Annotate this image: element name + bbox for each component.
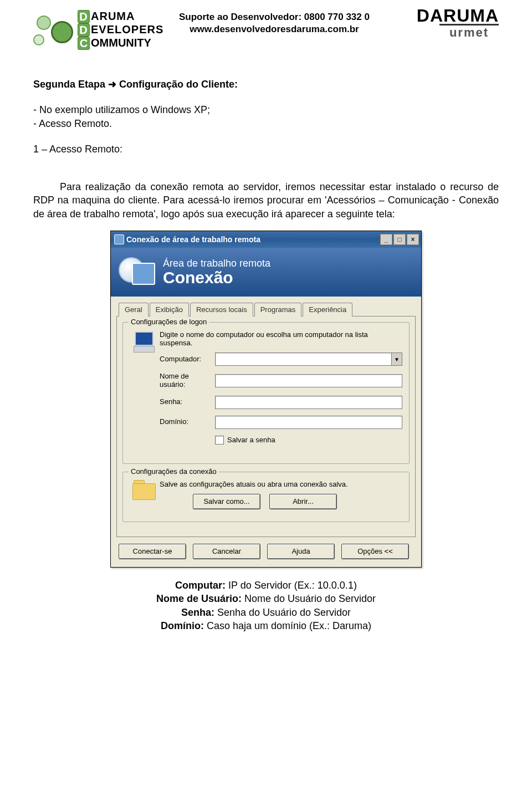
folder-icon — [132, 480, 157, 500]
tab-exibicao[interactable]: Exibição — [150, 303, 189, 316]
group-logon-title: Configurações de logon — [129, 318, 209, 326]
page-header: DARUMA DEVELOPERS COMMUNITY Suporte ao D… — [33, 6, 499, 55]
bi-val-2: Nome do Usuário do Servidor — [242, 593, 376, 604]
paragraph: Para realização da conexão remota ao ser… — [33, 180, 499, 221]
titlebar-title: Conexão de área de trabalho remota — [124, 235, 379, 244]
save-as-button[interactable]: Salvar como... — [193, 494, 260, 509]
step-title: 1 – Acesso Remoto: — [33, 142, 499, 156]
group-connection-title: Configurações da conexão — [129, 467, 219, 476]
tab-strip: Geral Exibição Recursos locais Programas… — [111, 297, 421, 316]
bullet-1: - No exemplo utilizamos o Windows XP; — [33, 103, 499, 116]
computer-input[interactable] — [215, 353, 391, 366]
bi-lbl-1: Computar: — [175, 580, 226, 591]
remote-desktop-icon — [119, 255, 155, 289]
close-button[interactable]: × — [407, 234, 419, 245]
label-domain: Domínio: — [160, 418, 215, 426]
bi-lbl-2: Nome de Usuário: — [156, 593, 242, 604]
header-center-text: Suporte ao Desenvolvedor: 0800 770 332 0… — [161, 6, 388, 35]
label-username: Nome de usuário: — [160, 372, 215, 389]
banner-line1: Área de trabalho remota — [163, 258, 270, 269]
cancel-button[interactable]: Cancelar — [193, 544, 260, 559]
letter-d: D — [78, 10, 90, 23]
bullet-2: - Acesso Remoto. — [33, 117, 499, 130]
open-button[interactable]: Abrir... — [269, 494, 337, 509]
title-part1: Segunda Etapa — [33, 79, 108, 90]
letter-c: C — [78, 37, 90, 50]
bi-val-1: IP do Servidor (Ex.: 10.0.0.1) — [226, 580, 357, 591]
computer-combo[interactable]: ▼ — [215, 353, 402, 366]
arrow-icon: ➜ — [108, 78, 116, 91]
site-line: www.desenvolvedoresdaruma.com.br — [161, 23, 388, 35]
tab-body: Configurações de logon Digite o nome do … — [116, 316, 416, 537]
username-input[interactable] — [215, 374, 402, 387]
options-button[interactable]: Opções << — [341, 544, 409, 559]
bi-lbl-4: Domínio: — [161, 620, 204, 631]
logo-line-2: EVELOPERS — [91, 23, 163, 37]
logo-line-1: ARUMA — [91, 10, 135, 23]
body-text: Segunda Etapa ➜ Configuração do Cliente:… — [33, 78, 499, 221]
minimize-button[interactable]: _ — [380, 234, 392, 245]
document-page: DARUMA DEVELOPERS COMMUNITY Suporte ao D… — [0, 0, 532, 812]
brand-urmet: urmet — [439, 24, 499, 40]
dialog-banner: Área de trabalho remota Conexão — [111, 248, 421, 297]
support-line: Suporte ao Desenvolvedor: 0800 770 332 0 — [161, 11, 388, 23]
tab-geral[interactable]: Geral — [119, 303, 149, 316]
ddc-logo: DARUMA DEVELOPERS COMMUNITY — [33, 6, 161, 55]
bi-lbl-3: Senha: — [181, 607, 214, 618]
title-part2: Configuração do Cliente: — [119, 79, 238, 90]
connect-button[interactable]: Conectar-se — [119, 544, 186, 559]
connection-instruction: Salve as configurações atuais ou abra um… — [160, 480, 402, 488]
tab-recursos-locais[interactable]: Recursos locais — [190, 303, 253, 316]
brand-daruma: DARUMA — [388, 6, 499, 26]
letter-d2: D — [78, 23, 90, 37]
chevron-down-icon[interactable]: ▼ — [391, 353, 402, 366]
save-password-checkbox[interactable] — [215, 436, 224, 445]
logo-line-3: OMMUNITY — [91, 37, 151, 50]
group-logon: Configurações de logon Digite o nome do … — [122, 322, 410, 464]
bi-val-4: Caso haja um domínio (Ex.: Daruma) — [204, 620, 371, 631]
tab-programas[interactable]: Programas — [254, 303, 302, 316]
titlebar[interactable]: Conexão de área de trabalho remota _ □ × — [111, 231, 421, 248]
password-input[interactable] — [215, 396, 402, 409]
bi-val-3: Senha do Usuário do Servidor — [214, 607, 351, 618]
logon-instruction: Digite o nome do computador ou escolha u… — [160, 330, 402, 347]
computer-icon — [134, 330, 156, 353]
banner-line2: Conexão — [163, 268, 270, 287]
daruma-urmet-logo: DARUMA urmet — [388, 6, 499, 40]
label-computer: Computador: — [160, 355, 215, 364]
dialog-screenshot: Conexão de área de trabalho remota _ □ ×… — [33, 231, 499, 568]
rdp-dialog: Conexão de área de trabalho remota _ □ ×… — [110, 231, 422, 568]
maximize-button[interactable]: □ — [393, 234, 406, 245]
domain-input[interactable] — [215, 416, 402, 429]
group-connection: Configurações da conexão Salve as config… — [122, 472, 410, 522]
titlebar-icon — [114, 234, 124, 244]
save-password-label: Salvar a senha — [227, 436, 275, 444]
bottom-info: Computar: IP do Servidor (Ex.: 10.0.0.1)… — [33, 579, 499, 632]
label-password: Senha: — [160, 398, 215, 406]
dialog-footer: Conectar-se Cancelar Ajuda Opções << — [111, 542, 421, 567]
tab-experiencia[interactable]: Experiência — [303, 303, 352, 316]
help-button[interactable]: Ajuda — [267, 544, 335, 559]
